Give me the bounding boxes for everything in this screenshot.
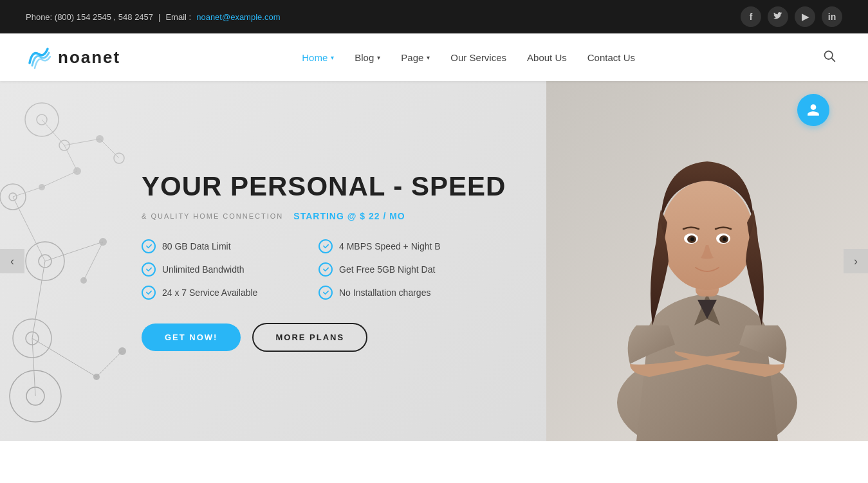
feature-4-text: Get Free 5GB Night Dat bbox=[339, 264, 435, 275]
user-float-button[interactable] bbox=[797, 94, 829, 126]
page-arrow: ▾ bbox=[427, 54, 430, 61]
logo-text: noanet bbox=[58, 48, 120, 68]
top-bar: Phone: (800) 154 2545 , 548 2457 | Email… bbox=[0, 0, 868, 33]
hero-title: YOUR PERSONAL - SPEED bbox=[142, 171, 868, 202]
logo-name: noanet bbox=[58, 48, 120, 67]
hero-features: 80 GB Data Limit 4 MBPS Speed + Night B … bbox=[142, 239, 476, 300]
facebook-icon[interactable]: f bbox=[741, 6, 761, 27]
check-icon-6 bbox=[319, 286, 333, 300]
home-arrow: ▾ bbox=[331, 54, 334, 61]
feature-2: 4 MBPS Speed + Night B bbox=[319, 239, 476, 253]
twitter-icon[interactable] bbox=[768, 6, 788, 27]
check-icon-3 bbox=[142, 262, 156, 277]
nav-blog[interactable]: Blog ▾ bbox=[346, 47, 389, 68]
carousel-prev-button[interactable]: ‹ bbox=[0, 249, 24, 273]
header: noanet Home ▾ Blog ▾ Page ▾ Our Services… bbox=[0, 33, 868, 81]
feature-3: Unlimited Bandwidth bbox=[142, 262, 299, 277]
get-now-button[interactable]: GET NOW! bbox=[142, 324, 241, 351]
hero-content: YOUR PERSONAL - SPEED & QUALITY HOME CON… bbox=[0, 132, 868, 390]
nav-page[interactable]: Page ▾ bbox=[392, 47, 439, 68]
feature-6-text: No Installation charges bbox=[339, 287, 430, 298]
main-nav: Home ▾ Blog ▾ Page ▾ Our Services About … bbox=[293, 47, 644, 68]
logo-icon bbox=[26, 45, 51, 69]
hero-buttons: GET NOW! MORE PLANS bbox=[142, 323, 868, 352]
hero-subtitle-text: & QUALITY HOME CONNECTION bbox=[142, 212, 283, 220]
nav-contact-us[interactable]: Contact Us bbox=[578, 47, 644, 68]
linkedin-icon[interactable]: in bbox=[822, 6, 842, 27]
check-icon-1 bbox=[142, 239, 156, 253]
top-bar-contact: Phone: (800) 154 2545 , 548 2457 | Email… bbox=[26, 12, 280, 22]
nav-home[interactable]: Home ▾ bbox=[293, 47, 343, 68]
check-icon-2 bbox=[319, 239, 333, 253]
hero-section: YOUR PERSONAL - SPEED & QUALITY HOME CON… bbox=[0, 81, 868, 441]
separator: | bbox=[158, 12, 160, 22]
svg-line-1 bbox=[832, 58, 835, 61]
email-link[interactable]: noanet@example.com bbox=[196, 12, 280, 22]
feature-2-text: 4 MBPS Speed + Night B bbox=[339, 241, 441, 251]
blog-arrow: ▾ bbox=[377, 54, 380, 61]
email-label: Email : bbox=[165, 12, 191, 22]
feature-5-text: 24 x 7 Service Available bbox=[162, 287, 257, 298]
check-icon-4 bbox=[319, 262, 333, 277]
search-button[interactable] bbox=[817, 46, 842, 69]
feature-4: Get Free 5GB Night Dat bbox=[319, 262, 476, 277]
nav-about-us[interactable]: About Us bbox=[518, 47, 576, 68]
social-icons: f ▶ in bbox=[741, 6, 842, 27]
carousel-next-button[interactable]: › bbox=[844, 249, 868, 273]
hero-subtitle: & QUALITY HOME CONNECTION STARTING @ $ 2… bbox=[142, 211, 868, 221]
feature-1: 80 GB Data Limit bbox=[142, 239, 299, 253]
feature-1-text: 80 GB Data Limit bbox=[162, 241, 231, 251]
feature-3-text: Unlimited Bandwidth bbox=[162, 264, 245, 275]
hero-price: STARTING @ $ 22 / MO bbox=[293, 211, 405, 221]
phone-info: Phone: (800) 154 2545 , 548 2457 bbox=[26, 12, 153, 22]
logo[interactable]: noanet bbox=[26, 45, 120, 69]
more-plans-button[interactable]: MORE PLANS bbox=[252, 323, 367, 352]
youtube-icon[interactable]: ▶ bbox=[795, 6, 815, 27]
feature-6: No Installation charges bbox=[319, 286, 476, 300]
feature-5: 24 x 7 Service Available bbox=[142, 286, 299, 300]
check-icon-5 bbox=[142, 286, 156, 300]
nav-our-services[interactable]: Our Services bbox=[441, 47, 515, 68]
